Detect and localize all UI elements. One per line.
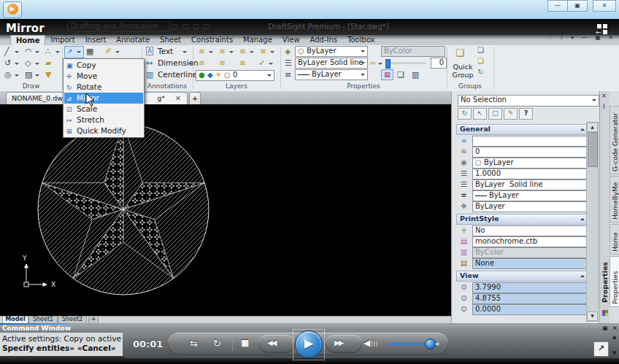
outer-minimize-button[interactable]: — <box>547 0 568 12</box>
shuffle-button[interactable]: ⇆ <box>190 338 198 349</box>
palette-close-icon[interactable]: ✕ <box>601 93 607 99</box>
scroll-down-button[interactable]: ▼ <box>587 311 598 321</box>
arc-tool-icon[interactable]: ◠ <box>25 47 32 56</box>
layer-combo[interactable]: 0 <box>472 147 596 158</box>
scroll-up-button[interactable]: ▲ <box>587 123 598 132</box>
layer-check-icon[interactable]: ✓ <box>258 58 265 68</box>
tab-addins[interactable]: Add-Ins <box>305 35 342 44</box>
erase-tool-icon[interactable]: ✐ <box>105 47 112 56</box>
spin-down-icon[interactable]: ▼ <box>612 350 616 356</box>
app-window-mini-controls[interactable]: ♡ ? ▾ — ▣ ✕ <box>547 34 616 41</box>
color-combo[interactable]: ○ ByLayer <box>472 158 596 169</box>
transparency-slider-thumb[interactable] <box>385 59 391 69</box>
linestyle-combo[interactable]: ByLayer Solid line <box>295 58 368 69</box>
selection-combo[interactable]: No Selection <box>458 95 599 107</box>
workspace-selector[interactable]: Drafting and Annotation <box>67 21 170 31</box>
palette-refresh-button[interactable]: ↻ <box>458 108 472 120</box>
fast-forward-button[interactable]: ▶▶ <box>334 338 342 346</box>
group-regen-icon[interactable]: ↻ <box>477 68 483 76</box>
printstyle-combo-2[interactable]: monochrome.ctb <box>472 236 596 247</box>
line-tool-icon[interactable]: ╱ <box>4 47 9 56</box>
linescale-field[interactable]: 1.0000 <box>472 169 589 179</box>
speaker-icon[interactable]: ◀))) <box>364 338 378 348</box>
layer-delete-icon[interactable]: ≋ <box>239 58 246 68</box>
scroll-thumb[interactable] <box>588 132 598 167</box>
tab-constraints[interactable]: Constraints <box>186 35 238 44</box>
copy-properties-icon[interactable]: ❏ <box>397 70 404 80</box>
modify-split-button[interactable]: ↗ <box>64 46 84 58</box>
loop-button[interactable]: ↻ <box>213 338 221 349</box>
group-add-icon[interactable]: ❏ <box>477 57 484 65</box>
outer-close-button[interactable]: ✕ <box>593 0 616 12</box>
view-x-field[interactable]: 3.7990 <box>472 282 589 293</box>
text-tool-button[interactable]: Text <box>158 47 173 55</box>
menu-item-move[interactable]: ✛Move <box>64 71 143 82</box>
side-tab-homebyme[interactable]: HomeByMe <box>610 176 619 222</box>
volume-slider-knob[interactable] <box>425 338 436 349</box>
tab-manage[interactable]: Manage <box>238 35 277 44</box>
layer-preview-icon[interactable]: ≋ <box>239 47 246 56</box>
palette-help-button[interactable]: ? <box>519 108 533 120</box>
section-printstyle[interactable]: PrintStyle <box>456 214 589 225</box>
palette-cursor-button[interactable]: ↖ <box>473 108 487 120</box>
menu-item-rotate[interactable]: ↻Rotate <box>64 82 143 93</box>
popout-button[interactable]: ↗ <box>593 341 609 357</box>
tab-home[interactable]: Home <box>10 35 45 45</box>
wedge-tool-icon[interactable]: ▼ <box>45 70 51 80</box>
play-button[interactable]: ▶ <box>295 330 323 358</box>
side-tab-gcode[interactable]: G-code Generator <box>610 106 619 174</box>
stop-button[interactable]: ■ <box>241 338 249 348</box>
hyperlink-field[interactable] <box>472 136 589 147</box>
side-tab-properties[interactable]: Properties <box>610 256 619 307</box>
new-doc-tab-button[interactable]: + <box>189 92 201 104</box>
tab-view[interactable]: View <box>277 35 305 44</box>
active-layer-combo[interactable]: ● ◆ ☀ ○ 0 <box>196 70 274 81</box>
view-y-field[interactable]: 4.8755 <box>472 293 589 304</box>
printstyle-combo-1[interactable]: No <box>472 225 596 236</box>
doc-tab-star-partial[interactable]: g* <box>157 93 165 104</box>
transparency-value[interactable]: 0 <box>431 58 447 69</box>
menu-item-scale[interactable]: ⊡Scale <box>64 104 143 115</box>
menu-item-copy[interactable]: ▣Copy <box>64 60 143 71</box>
palette-select-entities-button[interactable]: □ <box>488 108 502 120</box>
doc-tab-close-icon[interactable]: ✕ <box>175 93 181 104</box>
tab-annotate[interactable]: Annotate <box>111 35 155 44</box>
side-tab-home[interactable]: Home <box>610 224 619 255</box>
lineweight-row-combo[interactable]: ByLayer <box>472 190 596 201</box>
transparency-row-field[interactable]: ByLayer <box>472 201 589 212</box>
hatch-tool-icon[interactable]: ▨ <box>25 70 32 80</box>
rewind-button[interactable]: ◀◀ <box>267 338 275 346</box>
palette-quick-select-button[interactable]: ✎ <box>504 108 518 120</box>
printstyle-field-4[interactable]: None <box>472 258 589 269</box>
layer-manager-icon[interactable]: ≋ <box>199 47 205 56</box>
quick-access-toolbar-icons[interactable]: ▢▢▢▢ <box>172 23 214 30</box>
properties-toggle-button[interactable]: ▤ <box>381 69 393 80</box>
transparency-icon[interactable]: ≈ <box>369 58 376 68</box>
lineweight-combo[interactable]: ByLayer <box>295 69 368 80</box>
palette-pin-icon[interactable]: Ι <box>603 103 605 110</box>
quick-group-button[interactable]: Quick Group <box>445 63 480 79</box>
layer-isolate-icon[interactable]: ≋ <box>219 58 226 68</box>
tab-sheet[interactable]: Sheet <box>155 35 186 44</box>
revcloud-tool-icon[interactable]: ↺ <box>4 58 11 68</box>
layer-freeze-icon[interactable]: ≋ <box>199 58 205 68</box>
page-properties-icon[interactable]: ▥ <box>412 70 419 80</box>
section-general[interactable]: General <box>456 124 589 135</box>
group-edit-icon[interactable]: ❏ <box>477 46 484 54</box>
menu-item-mirror[interactable]: ⊿Mirror <box>64 93 143 104</box>
circle-tool-icon[interactable]: ◎ <box>4 70 12 80</box>
palette-scrollbar[interactable]: ▲ ▼ <box>586 122 599 322</box>
polygon-tool-icon[interactable]: ◇ <box>25 58 31 68</box>
point-tool-icon[interactable]: ∴ <box>45 47 50 56</box>
view-z-field[interactable]: 0.0000 <box>472 304 589 315</box>
section-view[interactable]: View <box>456 271 589 282</box>
linestyle-row-combo[interactable]: ByLayer Solid line <box>472 179 596 190</box>
centerline-tool-button[interactable]: Centerline <box>158 70 197 79</box>
menu-item-stretch[interactable]: ↦Stretch <box>64 115 143 125</box>
pattern-array-icon[interactable]: ▦ <box>86 47 93 56</box>
solid-tool-icon[interactable]: ▰ <box>45 58 51 68</box>
tab-toolbox[interactable]: Toolbox <box>342 35 380 44</box>
linecolor-combo[interactable]: ○ ByLayer <box>295 46 368 57</box>
outer-maximize-button[interactable]: ▣ <box>567 0 588 12</box>
player-app-button[interactable]: ▶ <box>3 1 22 18</box>
